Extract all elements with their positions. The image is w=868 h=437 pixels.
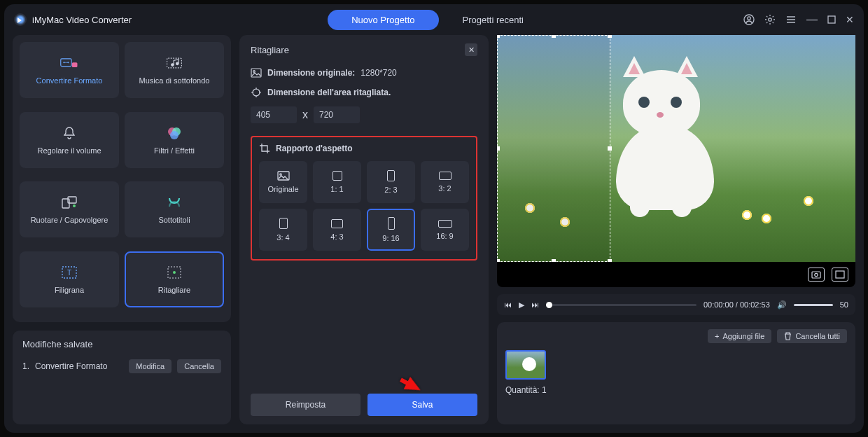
svg-rect-26	[812, 272, 820, 278]
menu-icon[interactable]	[785, 14, 797, 25]
maximize-button[interactable]	[827, 15, 836, 24]
saved-index: 1.	[22, 361, 29, 371]
video-preview	[497, 35, 855, 287]
tool-crop[interactable]: Ritagliare	[125, 251, 224, 307]
clips-panel: +Aggiungi file Cancella tutti Quantità: …	[497, 322, 855, 424]
titlebar: iMyMac Video Converter Nuovo Progetto Pr…	[4, 4, 864, 35]
saved-change-row: 1. Convertire Formato Modifica Cancella	[22, 359, 221, 373]
aspect-ratio-title: Rapporto d'aspetto	[276, 144, 353, 153]
tool-label: Sottotitoli	[158, 216, 190, 224]
watermark-icon: T	[60, 265, 78, 280]
tab-recent-projects[interactable]: Progetti recenti	[439, 10, 547, 30]
tool-background-music[interactable]: Musica di sottofondo	[125, 42, 224, 98]
tool-label: Filtri / Effetti	[154, 146, 195, 155]
subtitles-icon	[165, 195, 183, 210]
aspect-original[interactable]: Originale	[259, 161, 307, 203]
original-size-value: 1280*720	[360, 68, 396, 78]
volume-bell-icon	[60, 125, 78, 141]
aspect-16-9[interactable]: 16: 9	[421, 209, 469, 251]
tool-filters-effects[interactable]: Filtri / Effetti	[125, 112, 224, 168]
music-icon	[165, 55, 183, 71]
wide-shape-icon	[438, 220, 452, 228]
image-icon	[251, 67, 262, 78]
account-icon[interactable]	[743, 14, 755, 25]
cancel-button[interactable]: Cancella	[177, 359, 221, 373]
aspect-1-1[interactable]: 1: 1	[313, 161, 361, 203]
seek-bar[interactable]	[546, 304, 696, 306]
volume-icon[interactable]: 🔊	[777, 300, 787, 310]
tool-label: Musica di sottofondo	[139, 76, 210, 85]
svg-rect-28	[836, 271, 844, 278]
clip-thumbnail[interactable]	[505, 350, 546, 380]
crop-area-icon	[251, 87, 262, 98]
left-column: Convertire Formato Musica di sottofondo …	[13, 35, 231, 424]
play-button[interactable]: ▶	[519, 300, 524, 310]
app-logo-icon	[14, 13, 27, 26]
crop-width-input[interactable]	[251, 106, 297, 123]
save-button[interactable]: Salva	[368, 394, 477, 416]
project-tabs: Nuovo Progetto Progetti recenti	[132, 10, 743, 30]
playback-controls: ⏮ ▶ ⏭ 00:00:00 / 00:02:53 🔊 50	[497, 294, 855, 315]
landscape-shape-icon	[331, 219, 343, 228]
tool-label: Filigrana	[55, 286, 84, 294]
svg-point-27	[815, 273, 818, 276]
tool-watermark[interactable]: T Filigrana	[20, 251, 119, 307]
quantity-row: Quantità: 1	[505, 385, 847, 395]
saved-changes-title: Modifiche salvate	[22, 339, 221, 349]
square-shape-icon	[332, 171, 342, 181]
aspect-3-2[interactable]: 3: 2	[421, 161, 469, 203]
fullscreen-icon[interactable]	[832, 268, 848, 282]
next-button[interactable]: ⏭	[531, 300, 539, 309]
tool-rotate-flip[interactable]: Ruotare / Capovolgere	[20, 181, 119, 237]
add-file-button[interactable]: +Aggiungi file	[708, 329, 771, 343]
portrait-shape-icon	[279, 218, 288, 229]
original-size-label: Dimensione originale:	[267, 68, 355, 78]
aspect-2-3[interactable]: 2: 3	[367, 161, 415, 203]
original-shape-icon	[277, 171, 290, 181]
tool-label: Ritagliare	[158, 286, 190, 294]
svg-rect-21	[251, 69, 261, 77]
aspect-9-16[interactable]: 9: 16	[367, 209, 415, 251]
close-panel-button[interactable]: ✕	[465, 43, 477, 56]
volume-slider[interactable]	[794, 304, 833, 306]
svg-rect-7	[72, 62, 78, 67]
main-body: Convertire Formato Musica di sottofondo …	[4, 35, 864, 433]
portrait-shape-icon	[388, 217, 395, 230]
crop-overlay[interactable]	[497, 35, 610, 262]
tool-label: Convertire Formato	[36, 76, 103, 85]
tab-new-project[interactable]: Nuovo Progetto	[328, 10, 438, 30]
portrait-shape-icon	[387, 170, 395, 181]
prev-button[interactable]: ⏮	[504, 300, 512, 309]
tool-label: Ruotare / Capovolgere	[31, 216, 108, 224]
saved-changes-panel: Modifiche salvate 1. Convertire Formato …	[13, 331, 231, 424]
rotate-icon	[60, 195, 78, 210]
dimension-x: x	[302, 109, 308, 121]
minimize-button[interactable]: —	[806, 13, 818, 26]
svg-text:T: T	[67, 269, 71, 277]
landscape-shape-icon	[439, 172, 451, 180]
delete-all-button[interactable]: Cancella tutti	[777, 329, 847, 343]
aspect-4-3[interactable]: 4: 3	[313, 209, 361, 251]
crop-height-input[interactable]	[314, 106, 360, 123]
svg-point-16	[73, 204, 76, 207]
snapshot-icon[interactable]	[808, 268, 825, 282]
settings-icon[interactable]	[764, 14, 776, 25]
aspect-crop-icon	[259, 143, 270, 154]
crop-icon	[165, 265, 183, 280]
reset-button[interactable]: Reimposta	[251, 394, 360, 416]
svg-point-1	[748, 17, 750, 20]
trash-icon	[784, 332, 792, 340]
video-frame[interactable]	[497, 35, 855, 262]
tool-label: Regolare il volume	[37, 146, 101, 155]
close-button[interactable]: ✕	[846, 14, 854, 25]
tool-subtitles[interactable]: Sottotitoli	[125, 181, 224, 237]
tool-adjust-volume[interactable]: Regolare il volume	[20, 112, 119, 168]
edit-button[interactable]: Modifica	[129, 359, 172, 373]
convert-format-icon	[60, 55, 78, 71]
crop-area-label: Dimensione dell'area ritagliata.	[267, 88, 391, 97]
tool-convert-format[interactable]: Convertire Formato	[20, 42, 119, 98]
svg-rect-3	[828, 16, 835, 23]
svg-point-23	[253, 89, 260, 96]
aspect-3-4[interactable]: 3: 4	[259, 209, 307, 251]
window-controls: — ✕	[743, 13, 854, 26]
